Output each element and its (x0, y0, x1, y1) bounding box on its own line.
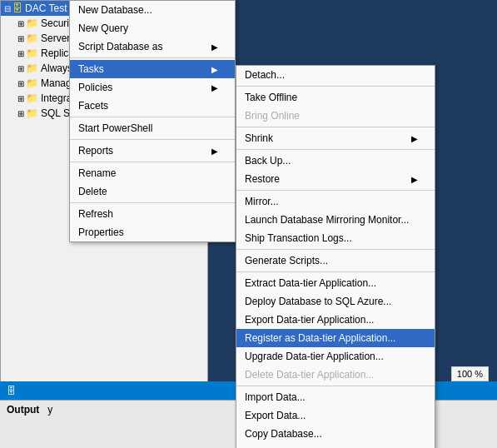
menu-start-powershell[interactable]: Start PowerShell (70, 119, 235, 137)
menu-export-datatier[interactable]: Export Data-tier Application... (236, 311, 435, 329)
tasks-sep-2 (236, 127, 435, 127)
folder-icon: 📁 (26, 77, 38, 89)
menu-extract-datatier[interactable]: Extract Data-tier Application... (236, 274, 435, 292)
context-menu-tasks: Detach... Take Offline Bring Online Shri… (236, 65, 435, 448)
db-status-icon: 🗄 (7, 386, 16, 396)
submenu-arrow-icon: ▶ (411, 175, 418, 184)
folder-icon: 📁 (26, 92, 38, 104)
menu-take-offline[interactable]: Take Offline (236, 88, 435, 107)
expand-icon: ⊟ (4, 4, 11, 13)
menu-launch-mirror-monitor[interactable]: Launch Database Mirroring Monitor... (236, 211, 435, 229)
context-menu-main: New Database... New Query Script Databas… (69, 0, 236, 242)
menu-restore[interactable]: Restore ▶ (236, 170, 435, 188)
menu-backup[interactable]: Back Up... (236, 152, 435, 170)
menu-shrink[interactable]: Shrink ▶ (236, 129, 435, 147)
tasks-sep-6 (236, 271, 435, 272)
expand-icon: ⊞ (17, 109, 24, 118)
menu-reports[interactable]: Reports ▶ (70, 142, 235, 160)
tasks-sep-5 (236, 249, 435, 250)
tree-label: DAC Test (25, 2, 67, 14)
menu-delete[interactable]: Delete (70, 182, 235, 201)
menu-bring-online[interactable]: Bring Online (236, 107, 435, 125)
progress-area: 100 % (451, 366, 489, 381)
expand-icon: ⊞ (17, 79, 24, 88)
menu-separator-4 (70, 162, 235, 162)
menu-separator-1 (70, 57, 235, 58)
menu-separator-3 (70, 139, 235, 140)
folder-icon: 📁 (26, 47, 38, 59)
menu-policies[interactable]: Policies ▶ (70, 78, 235, 97)
expand-icon: ⊞ (17, 19, 24, 28)
expand-icon: ⊞ (17, 34, 24, 43)
menu-register-datatier[interactable]: Register as Data-tier Application... (236, 329, 435, 347)
submenu-arrow-icon: ▶ (211, 83, 218, 92)
expand-icon: ⊞ (17, 94, 24, 103)
menu-refresh[interactable]: Refresh (70, 205, 235, 223)
folder-icon: 📁 (26, 17, 38, 29)
tasks-sep-3 (236, 149, 435, 150)
expand-icon: ⊞ (17, 64, 24, 73)
menu-copy-database[interactable]: Copy Database... (236, 425, 435, 443)
menu-generate-scripts[interactable]: Generate Scripts... (236, 251, 435, 270)
menu-new-query[interactable]: New Query (70, 19, 235, 37)
menu-properties[interactable]: Properties (70, 223, 235, 241)
menu-new-database[interactable]: New Database... (70, 1, 235, 19)
menu-facets[interactable]: Facets (70, 97, 235, 115)
folder-icon: 📁 (26, 32, 38, 44)
menu-rename[interactable]: Rename (70, 164, 235, 182)
submenu-arrow-icon: ▶ (211, 65, 218, 74)
output-label: Output (7, 404, 39, 416)
menu-script-database[interactable]: Script Database as ▶ (70, 37, 235, 56)
tasks-sep-1 (236, 86, 435, 87)
menu-ship-transaction-logs[interactable]: Ship Transaction Logs... (236, 229, 435, 247)
submenu-arrow-icon: ▶ (211, 42, 218, 52)
db-icon: 🗄 (12, 2, 22, 14)
tasks-sep-7 (236, 386, 435, 386)
menu-upgrade-datatier[interactable]: Upgrade Data-tier Application... (236, 347, 435, 366)
expand-icon: ⊞ (17, 49, 24, 58)
menu-delete-datatier[interactable]: Delete Data-tier Application... (236, 366, 435, 384)
submenu-arrow-icon: ▶ (411, 134, 418, 143)
folder-icon: 📁 (26, 107, 38, 119)
menu-separator-2 (70, 117, 235, 117)
progress-text: 100 % (457, 369, 483, 379)
menu-import-data[interactable]: Import Data... (236, 388, 435, 406)
menu-manage-encryption[interactable]: Manage Database Encryption... (236, 443, 435, 448)
folder-icon: 📁 (26, 62, 38, 74)
submenu-arrow-icon: ▶ (211, 147, 218, 156)
menu-tasks[interactable]: Tasks ▶ (70, 60, 235, 78)
menu-mirror[interactable]: Mirror... (236, 192, 435, 211)
menu-export-data[interactable]: Export Data... (236, 406, 435, 425)
menu-deploy-sql-azure[interactable]: Deploy Database to SQL Azure... (236, 292, 435, 311)
menu-detach[interactable]: Detach... (236, 66, 435, 84)
output-text: y (47, 404, 52, 416)
menu-separator-5 (70, 202, 235, 203)
tasks-sep-4 (236, 190, 435, 191)
